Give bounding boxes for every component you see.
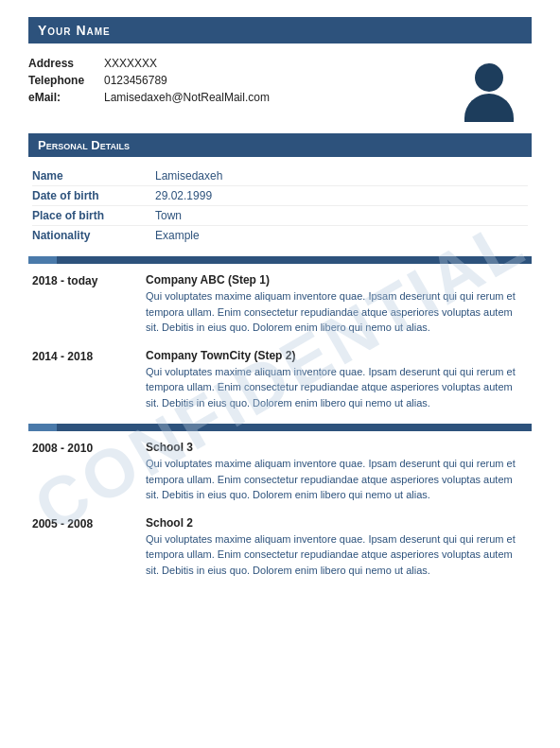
personal-details-content: Name Lamisedaxeh Date of birth 29.02.199… <box>28 166 532 245</box>
experience-entry: 2014 - 2018 Company TownCity (Step 2) Qu… <box>32 349 528 411</box>
avatar-body <box>464 94 514 122</box>
telephone-label: Telephone <box>28 74 104 87</box>
detail-value: Lamisedaxeh <box>155 169 222 183</box>
entry-year: 2018 - today <box>32 273 146 336</box>
detail-row: Place of birth Town <box>32 206 528 226</box>
entry-desc: Qui voluptates maxime aliquam inventore … <box>146 456 528 503</box>
personal-details-header: Personal Details <box>28 133 532 157</box>
address-row: Address XXXXXXX <box>28 57 270 70</box>
detail-label: Date of birth <box>32 189 155 202</box>
education-divider-accent <box>28 424 57 431</box>
experience-entries: 2018 - today Company ABC (Step 1) Qui vo… <box>28 273 532 410</box>
entry-content: School 3 Qui voluptates maxime aliquam i… <box>146 441 528 503</box>
address-value: XXXXXXX <box>104 57 157 70</box>
entry-year: 2008 - 2010 <box>32 441 146 503</box>
entry-title: Company TownCity (Step 2) <box>146 349 528 362</box>
entry-year: 2005 - 2008 <box>32 516 146 579</box>
avatar-head <box>475 63 503 92</box>
experience-entry: 2018 - today Company ABC (Step 1) Qui vo… <box>32 273 528 336</box>
detail-row: Nationality Example <box>32 226 528 245</box>
experience-divider <box>28 256 532 264</box>
telephone-value: 0123456789 <box>104 74 167 87</box>
email-label: eMail: <box>28 91 104 104</box>
education-divider <box>28 424 532 431</box>
header-content: Address XXXXXXX Telephone 0123456789 eMa… <box>28 51 532 122</box>
education-entry: 2008 - 2010 School 3 Qui voluptates maxi… <box>32 441 528 503</box>
header-bar: Your Name <box>28 17 532 43</box>
entry-desc: Qui voluptates maxime aliquam inventore … <box>146 364 528 411</box>
email-row: eMail: Lamisedaxeh@NotRealMail.com <box>28 91 270 104</box>
avatar-container <box>456 56 522 122</box>
detail-value: Example <box>155 229 200 242</box>
detail-row: Date of birth 29.02.1999 <box>32 186 528 206</box>
page-title: Your Name <box>38 23 522 38</box>
entry-title: Company ABC (Step 1) <box>146 273 528 287</box>
detail-row: Name Lamisedaxeh <box>32 166 528 186</box>
detail-label: Nationality <box>32 229 155 242</box>
entry-content: School 2 Qui voluptates maxime aliquam i… <box>146 516 528 579</box>
page: CONFIDENTIAL Your Name Address XXXXXXX T… <box>0 0 560 748</box>
experience-divider-accent <box>28 256 57 264</box>
contact-info: Address XXXXXXX Telephone 0123456789 eMa… <box>28 51 270 113</box>
personal-details-title: Personal Details <box>38 138 522 152</box>
education-entries: 2008 - 2010 School 3 Qui voluptates maxi… <box>28 441 532 578</box>
entry-title: School 3 <box>146 441 528 454</box>
entry-content: Company ABC (Step 1) Qui voluptates maxi… <box>146 273 528 336</box>
entry-desc: Qui voluptates maxime aliquam inventore … <box>146 288 528 336</box>
detail-value: 29.02.1999 <box>155 189 212 202</box>
entry-title: School 2 <box>146 516 528 530</box>
entry-desc: Qui voluptates maxime aliquam inventore … <box>146 531 528 579</box>
avatar <box>456 56 522 122</box>
telephone-row: Telephone 0123456789 <box>28 74 270 87</box>
entry-content: Company TownCity (Step 2) Qui voluptates… <box>146 349 528 411</box>
detail-label: Name <box>32 169 155 183</box>
detail-label: Place of birth <box>32 209 155 222</box>
detail-value: Town <box>155 209 182 222</box>
entry-year: 2014 - 2018 <box>32 349 146 411</box>
email-value: Lamisedaxeh@NotRealMail.com <box>104 91 270 104</box>
education-entry: 2005 - 2008 School 2 Qui voluptates maxi… <box>32 516 528 579</box>
address-label: Address <box>28 57 104 70</box>
